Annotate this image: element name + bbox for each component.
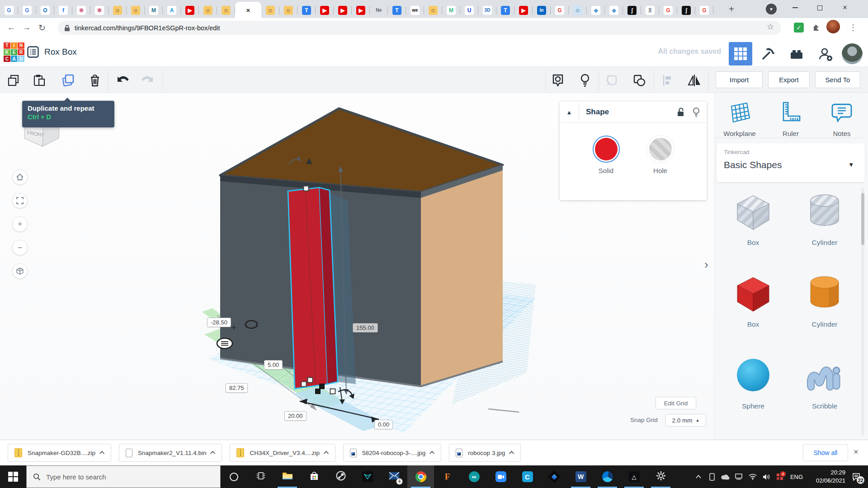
design-menu-button[interactable] <box>27 46 39 60</box>
shape-card-sphere[interactable]: Sphere <box>717 353 789 410</box>
tray-app-badge-icon[interactable]: 4 <box>774 468 786 486</box>
browser-tab[interactable]: G <box>659 3 677 18</box>
download-menu-chevron[interactable] <box>509 451 514 456</box>
new-tab-button[interactable]: + <box>725 3 738 15</box>
send-to-button[interactable]: Send To <box>815 71 860 88</box>
taskbar-app-edge[interactable] <box>594 465 621 488</box>
mirror-button[interactable] <box>686 72 703 89</box>
shape-card-cylinder[interactable]: Cylinder <box>789 272 860 328</box>
dashboard-grid-button[interactable] <box>729 42 752 66</box>
taskbar-app-affinity[interactable]: △ <box>621 465 647 488</box>
sidebar-collapse-chevron[interactable]: › <box>704 258 708 272</box>
paste-button[interactable] <box>31 72 47 89</box>
browser-tab[interactable]: A <box>163 3 181 18</box>
browser-tab[interactable]: G <box>0 3 18 18</box>
extensions-puzzle-icon[interactable] <box>809 21 823 34</box>
download-item[interactable]: Snapmaker-GD32B....zip <box>8 444 111 462</box>
browser-tab[interactable]: T <box>388 3 406 18</box>
display-device-icon[interactable] <box>733 468 745 486</box>
onedrive-cloud-icon[interactable] <box>720 468 731 486</box>
dim-label-width[interactable]: 20.00 <box>284 411 307 421</box>
browser-tab[interactable]: ▶ <box>514 3 533 18</box>
browser-tab[interactable]: ✽ <box>90 3 108 18</box>
browser-tab[interactable]: ☺ <box>217 3 235 18</box>
tinkercad-logo[interactable]: TINKERCAD <box>4 42 24 62</box>
language-indicator[interactable]: ENG <box>788 474 806 480</box>
perspective-toggle-button[interactable] <box>12 263 28 279</box>
download-item[interactable]: Snapmaker2_V1.11.4.bin <box>119 444 222 462</box>
brick-export-button[interactable] <box>788 45 806 63</box>
downloads-show-all-button[interactable]: Show all <box>803 444 848 461</box>
browser-tab[interactable]: 3D <box>478 3 496 18</box>
browser-tab[interactable]: ☺ <box>127 3 145 18</box>
browser-tab[interactable]: in <box>533 3 551 18</box>
download-item[interactable]: CH34X_Driver_V3.4....zip <box>230 444 335 462</box>
browser-tab[interactable]: ʃ <box>677 3 695 18</box>
your-phone-icon[interactable] <box>706 468 718 486</box>
shape-card-box[interactable]: Box <box>717 272 789 328</box>
browser-menu-button[interactable]: ⋮ <box>846 21 860 34</box>
visibility-toggle-button[interactable] <box>689 107 704 117</box>
zoom-in-button[interactable]: + <box>12 216 28 232</box>
home-view-button[interactable] <box>12 169 28 185</box>
shape-card-box[interactable]: Box <box>717 190 789 247</box>
taskbar-app-file-explorer[interactable] <box>274 465 301 488</box>
window-close-button[interactable]: × <box>835 0 855 15</box>
browser-tab[interactable]: ▶ <box>334 3 352 18</box>
solid-option[interactable]: Solid <box>593 136 620 174</box>
window-minimize-button[interactable] <box>785 0 806 15</box>
taskbar-app-zoom[interactable] <box>487 465 514 488</box>
export-button[interactable]: Export <box>768 71 810 88</box>
delete-button[interactable] <box>87 72 103 89</box>
volume-icon[interactable] <box>760 468 772 486</box>
fit-view-button[interactable] <box>12 193 28 208</box>
ungroup-button[interactable] <box>631 72 647 89</box>
browser-tab[interactable]: ✽ <box>72 3 90 18</box>
download-item[interactable]: 58204-robocop-3-....jpg <box>343 444 441 462</box>
clock[interactable]: 20:29 02/06/2021 <box>807 469 845 484</box>
dim-label-x[interactable]: -28.50 <box>207 318 231 327</box>
dim-label-z[interactable]: 0.00 <box>374 420 393 429</box>
user-avatar[interactable] <box>842 43 863 64</box>
taskbar-app-store[interactable] <box>301 465 327 488</box>
redo-button[interactable] <box>139 72 156 89</box>
shape-library-select[interactable]: Tinkercad Basic Shapes ▼ <box>717 143 865 182</box>
browser-tab[interactable]: ♜ <box>641 3 659 18</box>
minecraft-export-button[interactable] <box>759 45 777 63</box>
browser-tab[interactable]: ◆ <box>605 3 623 18</box>
browser-tab[interactable]: U <box>460 3 478 18</box>
browser-tab[interactable]: ▶ <box>352 3 370 18</box>
snap-grid-select[interactable]: 2.0 mm ▲ <box>665 414 706 427</box>
taskbar-app-task-view[interactable] <box>247 465 274 488</box>
window-maximize-button[interactable] <box>809 0 830 15</box>
browser-tab[interactable]: G <box>551 3 569 18</box>
browser-tab[interactable]: ☺ <box>279 3 297 18</box>
edit-grid-button[interactable]: Edit Grid <box>656 397 696 409</box>
forward-button[interactable]: → <box>19 20 34 35</box>
browser-tab[interactable]: ☺ <box>261 3 279 18</box>
browser-tab[interactable]: ▶ <box>316 3 334 18</box>
download-item[interactable]: robocop 3.jpg <box>449 444 521 462</box>
browser-tab[interactable]: Ne <box>370 3 388 18</box>
browser-tab[interactable]: ◆ <box>587 3 605 18</box>
browser-tab[interactable]: G <box>695 3 713 18</box>
zoom-out-button[interactable]: − <box>12 240 28 255</box>
browser-tab[interactable]: we <box>406 3 424 18</box>
taskbar-app-chrome[interactable] <box>407 465 434 488</box>
download-menu-chevron[interactable] <box>210 451 215 456</box>
browser-tab[interactable]: T <box>297 3 316 18</box>
active-tab[interactable]: × <box>235 2 261 18</box>
browser-tab[interactable]: f <box>54 3 72 18</box>
back-button[interactable]: ← <box>4 20 19 35</box>
browser-tab[interactable]: ☺ <box>108 3 127 18</box>
browser-tab[interactable]: ▶ <box>181 3 199 18</box>
action-center-button[interactable]: 22 <box>847 468 865 486</box>
browser-tab[interactable]: ☺ <box>424 3 442 18</box>
dim-label-depth[interactable]: 5.00 <box>264 360 283 370</box>
browser-tab[interactable]: T <box>496 3 514 18</box>
shape-card-scribble[interactable]: Scribble <box>789 353 860 410</box>
browser-profile-avatar[interactable] <box>826 20 840 33</box>
box-model[interactable] <box>220 108 503 386</box>
dim-label-offset[interactable]: 82.75 <box>226 383 248 393</box>
download-menu-chevron[interactable] <box>429 451 434 456</box>
